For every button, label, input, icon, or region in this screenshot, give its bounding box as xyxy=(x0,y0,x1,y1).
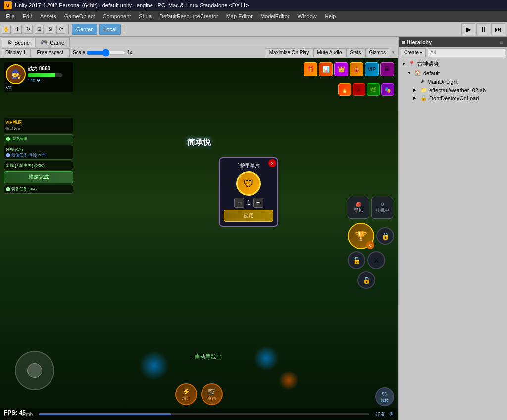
player-info: 🧙 战力 8660 120 ❤ V0 xyxy=(4,62,73,92)
move-tool[interactable]: ✛ xyxy=(13,25,22,34)
scale-slider[interactable] xyxy=(86,50,126,56)
menu-component[interactable]: Component xyxy=(99,12,135,20)
game-top-ui: 🧙 战力 8660 120 ❤ V0 xyxy=(4,62,394,92)
menu-modeleditor[interactable]: ModelEditor xyxy=(256,12,294,20)
transform-tool[interactable]: ⟳ xyxy=(56,25,65,34)
menu-help[interactable]: Help xyxy=(321,12,340,20)
center-button[interactable]: Center xyxy=(72,24,97,35)
scale-label: Scale xyxy=(73,50,85,55)
character-name: 简承悦 xyxy=(187,138,211,148)
game-content: 🧙 战力 8660 120 ❤ V0 xyxy=(0,58,398,420)
scene-tab-label: Scene xyxy=(14,40,30,46)
main-content: ⚙ Scene 🎮 Game Display 1 Free Aspect Sca… xyxy=(0,37,507,420)
pause-button[interactable]: ⏸ xyxy=(476,23,490,35)
separator-2 xyxy=(124,24,124,34)
top-icon-row: 🎁 📊 👑 🎪 VIP 🏛 xyxy=(75,62,394,76)
effect-3 xyxy=(279,371,299,390)
tab-bar: ⚙ Scene 🎮 Game xyxy=(0,37,398,47)
default-label: 古神遗迹 xyxy=(417,60,439,68)
play-controls: ▶ ⏸ ⏭ xyxy=(461,23,505,35)
expand-icon-effect: ▶ xyxy=(413,88,418,92)
lock-icon: 🔒 xyxy=(420,95,427,101)
scene-icon: 🏠 xyxy=(414,70,421,76)
hierarchy-item-default[interactable]: ▼ 📍 古神遗迹 xyxy=(400,59,506,69)
play-button[interactable]: ▶ xyxy=(461,23,475,35)
toolbar: ✋ ✛ ↻ ⊡ ⊠ ⟳ Center Local ▶ ⏸ ⏭ xyxy=(0,22,507,37)
hierarchy-resize[interactable]: ⊡ xyxy=(499,40,504,45)
local-button[interactable]: Local xyxy=(99,24,121,35)
hierarchy-item-label-effect: effect/ui/weather_02.ab xyxy=(429,87,486,93)
hierarchy-header: ≡ Hierarchy ⊡ xyxy=(399,37,507,47)
hierarchy-create-arrow: ▾ xyxy=(420,50,422,55)
game-tab-label: Game xyxy=(50,40,64,46)
right-action-buttons: 🎒背包 ⚙挂机中 🏆 V 🔒 🔒 xyxy=(348,197,394,289)
hierarchy-create-label: Create xyxy=(404,50,419,55)
scale-value: 1x xyxy=(127,50,132,55)
expand-icon-root: ▼ xyxy=(407,71,412,75)
game-viewport: 🧙 战力 8660 120 ❤ V0 xyxy=(0,58,398,420)
hierarchy-label: Hierarchy xyxy=(406,39,432,45)
menu-gameobject[interactable]: GameObject xyxy=(60,12,99,20)
hierarchy-panel: ≡ Hierarchy ⊡ Create ▾ ▼ 📍 古神遗迹 ▼ 🏠 defa… xyxy=(398,37,507,420)
stats-button[interactable]: Stats xyxy=(346,48,364,57)
hierarchy-toolbar: Create ▾ xyxy=(399,47,507,58)
hierarchy-item-label-light: MainDirLight xyxy=(427,79,458,85)
hierarchy-item-effect[interactable]: ▶ 📁 effect/ui/weather_02.ab xyxy=(400,86,506,94)
hierarchy-content: ▼ 📍 古神遗迹 ▼ 🏠 default ☀ MainDirLight ▶ 📁 … xyxy=(399,58,507,420)
item-popup: 1护甲单片 × 🛡 − 1 + 使用 xyxy=(219,157,278,227)
hand-tool[interactable]: ✋ xyxy=(2,25,11,34)
hierarchy-create-button[interactable]: Create ▾ xyxy=(401,48,426,57)
location-icon: 📍 xyxy=(408,61,415,67)
unity-icon: U xyxy=(4,1,12,9)
hierarchy-search[interactable] xyxy=(428,48,505,57)
hierarchy-item-maindirlight[interactable]: ☀ MainDirLight xyxy=(400,77,506,86)
expand-icon-default: ▼ xyxy=(402,62,406,66)
effect-2 xyxy=(254,346,279,371)
hierarchy-item-label-dontdestroy: DontDestroyOnLoad xyxy=(429,95,479,101)
menu-mapeditor[interactable]: Map Editor xyxy=(222,12,256,20)
title-text: Unity 2017.4.20f2 Personal (64bit) - def… xyxy=(15,2,249,8)
hierarchy-item-default-root[interactable]: ▼ 🏠 default xyxy=(400,69,506,77)
scene-tab-icon: ⚙ xyxy=(7,39,12,46)
rect-tool[interactable]: ⊠ xyxy=(46,25,54,34)
left-panel: ⚙ Scene 🎮 Game Display 1 Free Aspect Sca… xyxy=(0,37,398,420)
menu-assets[interactable]: Assets xyxy=(36,12,60,20)
aspect-dropdown[interactable]: Free Aspect xyxy=(30,48,70,57)
game-tab-icon: 🎮 xyxy=(41,39,48,46)
display-dropdown[interactable]: Display 1 xyxy=(2,48,29,57)
joystick[interactable] xyxy=(15,351,54,390)
left-side-ui: VIP特权 每日必充 ⬤ 循迹神盟 任务 (0/4) ⬤ 最佳任务 (剩余20件… xyxy=(4,118,73,194)
fps-display: FPS: 45 xyxy=(4,409,26,416)
separator-1 xyxy=(68,24,69,34)
world-btn[interactable]: 世 xyxy=(389,411,394,418)
auto-path-text: ←自动寻踪串 xyxy=(189,353,222,361)
mute-audio-button[interactable]: Mute Audio xyxy=(313,48,345,57)
menu-window[interactable]: Window xyxy=(294,12,321,20)
maximize-on-play-button[interactable]: Maximize On Play xyxy=(266,48,313,57)
folder-icon-effect: 📁 xyxy=(420,87,427,93)
title-bar: U Unity 2017.4.20f2 Personal (64bit) - d… xyxy=(0,0,507,11)
menu-slua[interactable]: SLua xyxy=(135,12,155,20)
scale-tool[interactable]: ⊡ xyxy=(35,25,44,34)
scene-tab[interactable]: ⚙ Scene xyxy=(2,37,35,47)
light-icon: ☀ xyxy=(420,78,425,85)
game-toolbar: Display 1 Free Aspect Scale 1x Maximize … xyxy=(0,47,398,58)
rotate-tool[interactable]: ↻ xyxy=(24,25,33,34)
bottom-action-bar: ⚡ 增计 🛒 商购 xyxy=(175,383,223,405)
step-button[interactable]: ⏭ xyxy=(491,23,505,35)
game-tab[interactable]: 🎮 Game xyxy=(35,37,70,47)
second-icon-row: 🔥 ⚔ 🌿 🎭 xyxy=(338,83,394,96)
hierarchy-item-label-default: default xyxy=(423,70,440,76)
hierarchy-icon: ≡ xyxy=(402,39,405,45)
friend-btn[interactable]: 好友 xyxy=(375,411,385,418)
expand-icon-dontdestroy: ▶ xyxy=(413,96,418,100)
menu-file[interactable]: File xyxy=(2,12,19,20)
menu-edit[interactable]: Edit xyxy=(19,12,36,20)
game-bottom-bar: 08:15 66mb 好友 世 xyxy=(0,408,398,420)
menu-defaultresourcecreator[interactable]: DefaultResourceCreator xyxy=(155,12,222,20)
gizmos-button[interactable]: Gizmos xyxy=(365,48,389,57)
bottom-skill-buttons: 🛡 战技 xyxy=(375,387,394,406)
effect-1 xyxy=(139,351,169,380)
hierarchy-item-dontdestroy[interactable]: ▶ 🔒 DontDestroyOnLoad xyxy=(400,94,506,102)
panel-resize-handle[interactable]: ▼ xyxy=(390,50,396,55)
